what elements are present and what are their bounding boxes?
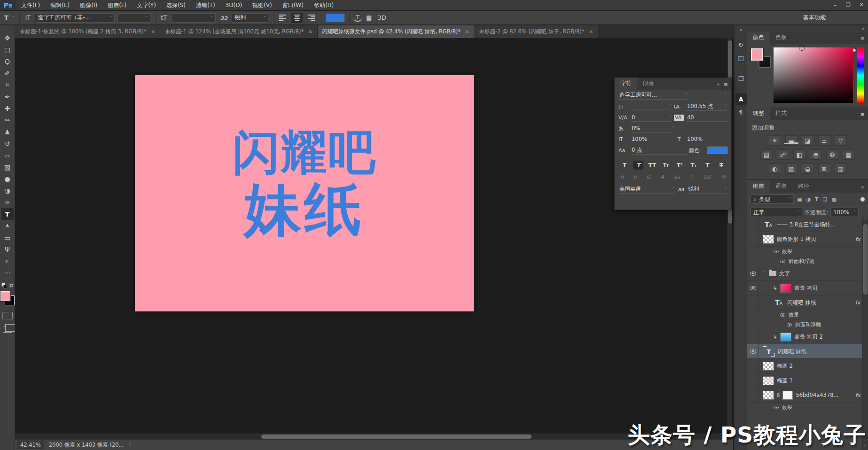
history-panel-icon[interactable]: ↻ (735, 39, 747, 50)
menu-select[interactable]: 选择(S) (161, 0, 191, 10)
all-caps-button[interactable]: TT (647, 161, 657, 170)
small-caps-button[interactable]: Tᴛ (661, 161, 671, 170)
panel-menu-icon[interactable]: ≡ (724, 81, 728, 87)
type-tool[interactable]: T (1, 208, 14, 220)
titling-alternates-button[interactable]: aa (674, 174, 680, 180)
selective-color-icon[interactable]: ⊠ (818, 163, 830, 174)
char-vertical-scale-field[interactable]: 100% (631, 135, 672, 143)
swap-colors-icon[interactable]: ⇄ (9, 282, 13, 288)
font-family-select[interactable]: 造字工房可可（非-... ˅ (35, 13, 115, 23)
eyedropper-tool[interactable]: ✒ (1, 91, 14, 102)
visibility-toggle[interactable] (747, 232, 759, 246)
crop-tool[interactable]: ⌗ (1, 79, 14, 91)
tab-close-icon[interactable]: ✕ (464, 29, 469, 34)
visibility-toggle[interactable] (747, 388, 759, 402)
char-horizontal-scale-field[interactable]: 100% (686, 135, 727, 143)
saturation-brightness-field[interactable] (774, 47, 853, 103)
pen-tool[interactable]: ✑ (1, 196, 14, 208)
char-anti-alias-select[interactable]: 锐利 ˅ (687, 185, 727, 194)
menu-layer[interactable]: 图层(L) (102, 0, 132, 10)
strikethrough-button[interactable]: Ŧ (716, 161, 727, 170)
panel-menu-icon[interactable]: ≡ (860, 111, 865, 117)
lasso-tool[interactable]: Ϙ (1, 55, 14, 67)
scrollbar-thumb[interactable] (863, 224, 868, 295)
document-tab-active[interactable]: 闪耀吧妹纸源文件.psd @ 42.4% (闪耀吧 妹纸, RGB/8)* ✕ (318, 25, 475, 38)
visibility-toggle[interactable] (747, 281, 759, 295)
spot-healing-brush-tool[interactable]: ✚ (1, 102, 14, 114)
layer-row[interactable]: 圆角矩形 1 拷贝 fx˄ (747, 232, 868, 247)
gradient-map-icon[interactable]: ▥ (835, 163, 847, 174)
language-select[interactable]: 美国英语 ˅ (618, 185, 676, 194)
libraries-panel-icon[interactable]: ❒ (735, 73, 747, 84)
underline-button[interactable]: T (703, 161, 713, 170)
dodge-tool[interactable]: ◑ (1, 185, 14, 196)
effect-visibility-toggle[interactable] (780, 313, 785, 317)
layer-row[interactable]: ↳背景 拷贝 (747, 281, 868, 295)
ligatures-button[interactable]: fi (620, 174, 624, 180)
layer-filter-select[interactable]: ⌕ 类型 ˅ (751, 194, 794, 204)
menu-window[interactable]: 窗口(W) (277, 0, 309, 10)
menu-filter[interactable]: 滤镜(T) (191, 0, 220, 10)
fractions-button[interactable]: ½ (720, 174, 726, 180)
ordinals2-button[interactable]: 1st (703, 174, 711, 180)
align-right-button[interactable] (305, 13, 317, 23)
char-leading-select[interactable]: 100.55 点 ˅ (686, 102, 727, 111)
tab-channels[interactable]: 通道 (770, 180, 792, 193)
effect-visibility-toggle[interactable] (774, 406, 779, 410)
document-tab[interactable]: 未标题-1-恢复的 @ 100% (椭圆 2 拷贝 3, RGB/8)* ✕ (15, 25, 160, 38)
char-tracking-select[interactable]: 40 ˅ (686, 114, 727, 122)
status-chevron-icon[interactable]: 〉 (129, 442, 134, 449)
filter-type-icon[interactable]: T (814, 196, 820, 202)
align-center-button[interactable] (291, 13, 303, 23)
font-style-select[interactable]: - ˅ (117, 13, 150, 23)
tab-close-icon[interactable]: ✕ (588, 29, 593, 34)
screen-mode-button[interactable] (3, 326, 12, 333)
color-lookup-icon[interactable]: ▦ (843, 149, 855, 160)
blur-tool[interactable]: ● (1, 173, 14, 185)
tab-close-icon[interactable]: ✕ (307, 29, 312, 34)
swash-button[interactable]: σ (633, 174, 637, 180)
effects-row[interactable]: 效果 (747, 247, 868, 256)
layer-row[interactable]: 856bd04a4378... fx˄ (747, 388, 868, 403)
close-button[interactable]: ✕ (855, 0, 868, 10)
paragraph-panel-icon[interactable]: ¶ (735, 107, 747, 118)
curves-icon[interactable]: ◪ (802, 135, 814, 146)
tool-preset-caret-icon[interactable]: ˅ (13, 16, 15, 20)
layer-thumbnail[interactable] (780, 284, 791, 293)
hue-slider-marker[interactable] (853, 48, 856, 52)
scroll-up-icon[interactable]: ˄ (864, 218, 866, 223)
quick-mask-button[interactable] (2, 312, 13, 319)
visibility-toggle[interactable] (747, 359, 759, 373)
menu-file[interactable]: 文件(F) (16, 0, 45, 10)
layer-row[interactable]: ↳背景 拷贝 2 (747, 330, 868, 344)
collapse-panel-icon[interactable]: » (717, 81, 720, 87)
tab-swatches[interactable]: 色板 (770, 31, 792, 44)
photo-filter-icon[interactable]: ◓ (810, 149, 822, 160)
menu-view[interactable]: 视图(V) (247, 0, 277, 10)
path-selection-tool[interactable]: ➤ (1, 220, 14, 232)
black-white-icon[interactable]: ◧ (793, 149, 805, 160)
collapse-dock-icon[interactable]: « (735, 25, 747, 37)
channel-mixer-icon[interactable]: ❂ (826, 149, 838, 160)
brush-tool[interactable]: ✏ (1, 114, 14, 126)
workspace-switcher[interactable]: 基本功能 (803, 14, 826, 22)
default-colors-icon[interactable] (1, 283, 7, 288)
effect-row[interactable]: 斜面和浮雕 (747, 320, 868, 330)
clone-stamp-tool[interactable]: ♟ (1, 126, 14, 138)
color-picker-marker[interactable] (799, 45, 805, 51)
visibility-toggle[interactable] (747, 330, 759, 344)
type-tool-icon[interactable]: T (3, 14, 10, 21)
effect-visibility-toggle[interactable] (774, 250, 779, 254)
tab-close-icon[interactable]: ✕ (150, 29, 155, 34)
filter-pixel-icon[interactable]: ▣ (796, 196, 803, 202)
tab-paragraph[interactable]: 段落 (637, 78, 660, 90)
fx-badge[interactable]: fx (855, 236, 860, 242)
filter-toggle[interactable] (860, 197, 865, 202)
filter-shape-icon[interactable]: ❏ (822, 196, 829, 202)
menu-3d[interactable]: 3D(D) (220, 0, 247, 10)
foreground-color-swatch[interactable] (0, 291, 10, 301)
filter-adjustment-icon[interactable]: ◑ (805, 196, 812, 202)
tab-color[interactable]: 颜色 (747, 31, 770, 44)
layer-thumbnail[interactable] (780, 333, 791, 341)
history-brush-tool[interactable]: ↺ (1, 138, 14, 149)
